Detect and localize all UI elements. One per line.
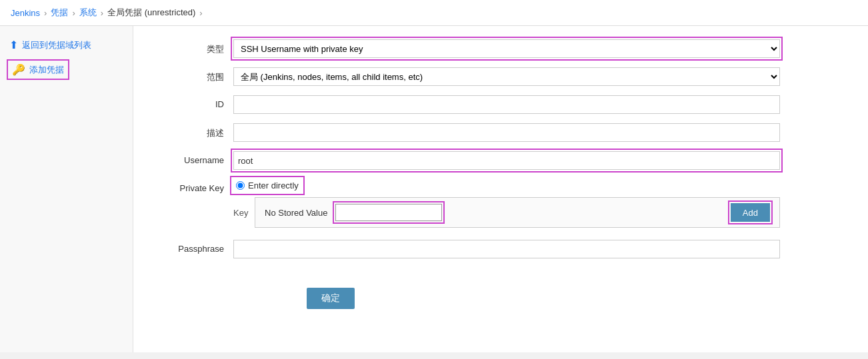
breadcrumb-sep-1: › [44,8,47,18]
key-content-box: No Stored Value Add [255,197,780,228]
description-label: 描述 [160,123,233,139]
private-key-field: Enter directly Key No Stored Value [233,179,780,230]
type-select[interactable]: SSH Username with private keyUsername wi… [233,39,780,58]
breadcrumb-jenkins[interactable]: Jenkins [11,8,40,18]
type-row: 类型 SSH Username with private keyUsername… [160,39,841,58]
description-input[interactable] [233,123,780,142]
key-sublabel: Key [233,208,255,218]
private-key-row: Private Key Enter directly Key No Stored… [160,179,841,230]
confirm-row: 确定 [160,274,841,309]
sidebar-back-label: 返回到凭据域列表 [22,39,91,51]
id-field [233,95,780,114]
breadcrumb-sep-3: › [101,8,103,18]
passphrase-input[interactable] [233,240,780,258]
enter-directly-wrapper: Enter directly [233,179,301,192]
id-row: ID [160,95,841,114]
content-area: 类型 SSH Username with private keyUsername… [133,26,868,352]
sidebar-add-label: 添加凭据 [29,64,64,76]
key-placeholder-box [335,204,442,221]
passphrase-row: Passphrase [160,240,841,258]
enter-directly-radio[interactable] [236,181,245,190]
username-row: Username [160,151,841,170]
sidebar: ⬆ 返回到凭据域列表 🔑 添加凭据 [0,26,133,352]
username-field [233,151,780,170]
passphrase-label: Passphrase [160,240,233,254]
id-input[interactable] [233,95,780,114]
private-key-label: Private Key [160,179,233,193]
breadcrumb-global: 全局凭据 (unrestricted) [107,7,195,19]
type-label: 类型 [160,39,233,55]
breadcrumb-system[interactable]: 系统 [79,7,97,19]
breadcrumb: Jenkins › 凭据 › 系统 › 全局凭据 (unrestricted) … [0,0,868,26]
type-field: SSH Username with private keyUsername wi… [233,39,780,58]
back-icon: ⬆ [9,39,18,51]
enter-directly-label[interactable]: Enter directly [248,180,299,190]
no-stored-value-text: No Stored Value [265,208,327,218]
id-label: ID [160,95,233,109]
key-inner: No Stored Value Add [265,203,770,222]
passphrase-field [233,240,780,258]
description-row: 描述 [160,123,841,142]
scope-label: 范围 [160,67,233,83]
key-left: No Stored Value [265,204,442,221]
breadcrumb-credentials[interactable]: 凭据 [51,7,68,19]
username-label: Username [160,151,233,165]
breadcrumb-sep-4: › [199,8,202,18]
add-button[interactable]: Add [731,203,770,222]
confirm-button[interactable]: 确定 [307,288,355,309]
scope-field: 全局 (Jenkins, nodes, items, all child ite… [233,67,780,86]
key-icon: 🔑 [12,63,25,76]
scope-select[interactable]: 全局 (Jenkins, nodes, items, all child ite… [233,67,780,86]
sidebar-item-back[interactable]: ⬆ 返回到凭据域列表 [0,34,133,56]
scope-row: 范围 全局 (Jenkins, nodes, items, all child … [160,67,841,86]
breadcrumb-sep-2: › [72,8,75,18]
key-section: Key No Stored Value Add [233,197,780,228]
description-field [233,123,780,142]
sidebar-item-add-credential[interactable]: 🔑 添加凭据 [0,57,133,82]
username-input[interactable] [233,151,780,170]
